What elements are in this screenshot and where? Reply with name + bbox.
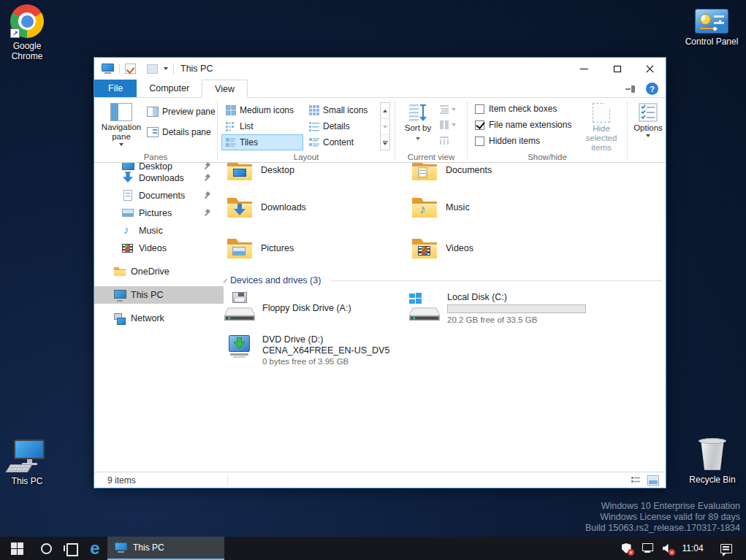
local-disk-icon	[409, 291, 441, 323]
item-check-boxes-option[interactable]: Item check boxes	[475, 104, 557, 114]
drive-tile-dvd[interactable]: DVD Drive (D:) CENA_X64FREE_EN-US_DV5 0 …	[224, 334, 389, 367]
mute-badge-icon	[669, 549, 675, 556]
downloads-folder-icon	[227, 198, 252, 218]
group-label-show-hide: Show/hide	[468, 153, 627, 161]
gallery-scroll-down[interactable]	[381, 119, 389, 135]
license-watermark: Windows 10 Enterprise Evaluation Windows…	[585, 501, 740, 534]
clock[interactable]: 11:04	[677, 537, 708, 560]
maximize-button[interactable]	[603, 58, 632, 79]
small-icons-icon	[309, 105, 319, 115]
navigation-pane-caret-icon	[119, 143, 123, 146]
add-columns-button[interactable]	[439, 118, 461, 132]
group-by-button[interactable]	[439, 102, 461, 117]
downloads-icon	[122, 172, 134, 184]
details-pane-icon	[147, 127, 159, 137]
sidebar-item-documents[interactable]: Documents	[94, 187, 224, 204]
layout-medium-icons[interactable]: Medium icons	[221, 102, 303, 118]
details-pane-button[interactable]: Details pane	[147, 127, 211, 137]
item-check-boxes-checkbox[interactable]	[475, 104, 484, 114]
network-tray-button[interactable]	[636, 537, 657, 560]
desktop-icon-control-panel[interactable]: Control Panel	[682, 9, 741, 47]
folder-tile-pictures[interactable]: Pictures	[227, 235, 403, 261]
add-columns-icon	[439, 120, 449, 130]
drive-tile-floppy[interactable]: Floppy Disk Drive (A:)	[224, 291, 351, 325]
folder-tile-downloads[interactable]: Downloads	[227, 194, 403, 220]
layout-tiles[interactable]: Tiles	[221, 134, 303, 150]
sidebar-item-pictures[interactable]: Pictures	[94, 204, 224, 222]
gallery-more-button[interactable]	[381, 135, 389, 151]
folder-tile-documents[interactable]: Documents	[412, 163, 587, 183]
action-center-button[interactable]	[714, 537, 739, 560]
defender-tray-button[interactable]	[616, 537, 636, 560]
customize-quick-access-caret-icon[interactable]	[164, 67, 168, 70]
search-button[interactable]	[34, 537, 58, 560]
file-name-extensions-option[interactable]: File name extensions	[475, 120, 571, 130]
edge-button[interactable]	[83, 537, 107, 560]
devices-and-drives-group-header[interactable]: Devices and drives (3)	[224, 274, 662, 287]
hidden-items-option[interactable]: Hidden items	[475, 136, 540, 146]
close-button[interactable]	[635, 58, 664, 79]
details-view-button[interactable]	[628, 473, 644, 487]
taskbar-app-this-pc[interactable]: This PC	[107, 537, 224, 560]
minimize-button[interactable]	[569, 58, 598, 79]
hide-selected-items-button[interactable]: Hide selected items	[579, 101, 624, 155]
gallery-scroll-up[interactable]	[381, 103, 389, 119]
file-explorer-icon	[115, 542, 127, 553]
desktop-icon-google-chrome[interactable]: Google Chrome	[4, 4, 50, 61]
sidebar-item-downloads[interactable]: Downloads	[94, 169, 224, 187]
start-button[interactable]	[0, 537, 34, 560]
sidebar-item-videos[interactable]: Videos	[94, 239, 224, 257]
ribbon-view: Navigation pane Preview pane Details pan…	[94, 98, 666, 163]
folder-tile-music[interactable]: Music	[412, 194, 587, 220]
group-by-icon	[439, 104, 449, 115]
help-icon[interactable]	[646, 83, 658, 95]
hidden-items-checkbox[interactable]	[475, 137, 484, 146]
folder-tile-desktop[interactable]: Desktop	[227, 163, 403, 183]
sidebar-item-network[interactable]: Network	[94, 310, 224, 327]
list-icon	[226, 121, 236, 131]
tab-view[interactable]: View	[202, 80, 248, 98]
window-title: This PC	[180, 64, 213, 74]
sidebar-item-this-pc[interactable]: This PC	[94, 286, 224, 304]
preview-pane-button[interactable]: Preview pane	[147, 107, 216, 117]
drive-tile-local-disk-c[interactable]: Local Disk (C:) 20.2 GB free of 33.5 GB	[409, 291, 586, 325]
sidebar-item-music[interactable]: Music	[94, 222, 224, 239]
documents-folder-icon	[412, 163, 437, 180]
quick-access-new-folder-icon[interactable]	[147, 64, 158, 74]
navigation-pane-button[interactable]: Navigation pane	[99, 101, 144, 148]
control-panel-icon	[695, 9, 728, 34]
pin-ribbon-icon[interactable]	[625, 84, 636, 94]
shortcut-arrow-icon	[10, 28, 20, 38]
quick-access-properties-icon[interactable]	[125, 64, 136, 74]
size-all-columns-button[interactable]	[439, 133, 461, 147]
titlebar[interactable]: This PC	[94, 58, 666, 80]
task-view-button[interactable]	[58, 537, 83, 560]
options-button[interactable]: Options	[629, 101, 667, 139]
layout-small-icons[interactable]: Small icons	[305, 102, 378, 118]
sidebar-item-onedrive[interactable]: OneDrive	[94, 263, 224, 280]
layout-list[interactable]: List	[221, 118, 303, 134]
pin-icon	[203, 192, 210, 199]
sort-by-caret-icon	[416, 137, 420, 140]
folder-tile-videos[interactable]: Videos	[412, 235, 587, 261]
pin-icon	[203, 174, 210, 182]
disk-usage-bar	[447, 304, 586, 313]
tab-file[interactable]: File	[94, 80, 137, 97]
pictures-icon	[122, 207, 134, 219]
desktop-icon-label: Control Panel	[682, 37, 741, 47]
sort-by-button[interactable]: Sort by	[401, 101, 435, 145]
layout-content[interactable]: Content	[305, 134, 378, 150]
large-icons-view-button[interactable]	[645, 473, 661, 487]
desktop-icon-this-pc[interactable]: This PC	[4, 440, 50, 486]
sort-by-icon	[408, 103, 427, 122]
file-name-extensions-checkbox[interactable]	[475, 120, 484, 130]
desktop-icon-recycle-bin[interactable]: Recycle Bin	[687, 438, 738, 485]
alert-badge-icon	[628, 549, 634, 556]
task-view-icon	[64, 543, 78, 553]
layout-details[interactable]: Details	[305, 118, 378, 134]
tab-computer[interactable]: Computer	[137, 80, 202, 97]
volume-tray-button[interactable]	[657, 537, 677, 560]
ribbon-group-options: Options	[628, 98, 666, 162]
edge-icon	[90, 539, 99, 558]
collapse-chevron-icon[interactable]	[224, 275, 227, 283]
